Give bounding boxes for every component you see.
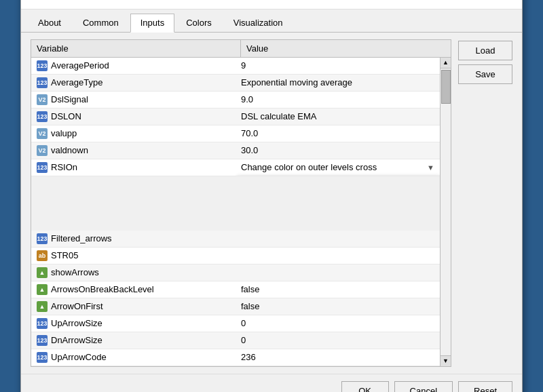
dialog-title: Custom Indicator - ma+rsi filtered bt 1.… bbox=[31, 0, 185, 2]
table-row[interactable]: 123UpArrowSize 0 bbox=[31, 315, 440, 332]
table-row[interactable]: 123Filtered_arrows bbox=[31, 231, 440, 248]
load-button[interactable]: Load bbox=[458, 41, 512, 60]
tab-inputs[interactable]: Inputs bbox=[130, 14, 174, 33]
type-icon: ab bbox=[37, 250, 48, 261]
table-row[interactable]: 123UpArrowCode 236 bbox=[31, 349, 440, 366]
type-icon: 123 bbox=[37, 162, 48, 173]
scroll-track bbox=[441, 68, 451, 355]
type-icon: 123 bbox=[37, 233, 48, 244]
title-bar: Custom Indicator - ma+rsi filtered bt 1.… bbox=[21, 0, 522, 9]
dialog: Custom Indicator - ma+rsi filtered bt 1.… bbox=[20, 0, 523, 392]
ok-button[interactable]: OK bbox=[341, 381, 389, 393]
footer: OK Cancel Reset bbox=[21, 374, 522, 393]
table-row[interactable]: abSTR05 bbox=[31, 248, 440, 264]
save-button[interactable]: Save bbox=[458, 64, 512, 84]
scroll-thumb[interactable] bbox=[441, 70, 451, 104]
table-row[interactable]: V2DslSignal 9.0 bbox=[31, 92, 440, 109]
table-row[interactable]: V2valdnown 30.0 bbox=[31, 142, 440, 159]
type-icon: V2 bbox=[37, 145, 48, 156]
help-button[interactable]: ? bbox=[484, 0, 494, 2]
table-scroll-area[interactable]: 123AveragePeriod 9 123AverageType Expone… bbox=[31, 58, 440, 366]
col-variable: Variable bbox=[31, 40, 241, 57]
table-row[interactable]: 123DSLON DSL calculate EMA bbox=[31, 109, 440, 125]
close-button[interactable]: ✕ bbox=[500, 0, 512, 2]
table-row[interactable]: ▲showArrows bbox=[31, 264, 440, 281]
type-icon: ▲ bbox=[37, 267, 48, 278]
type-icon: ▲ bbox=[37, 301, 48, 312]
type-icon: V2 bbox=[37, 94, 48, 105]
tab-about[interactable]: About bbox=[28, 14, 71, 32]
cancel-button[interactable]: Cancel bbox=[394, 381, 453, 393]
tab-common[interactable]: Common bbox=[73, 14, 129, 32]
content-area: Variable Value 123AveragePeriod 9 123Ave… bbox=[21, 33, 522, 374]
table-row[interactable]: 123AverageType Exponential moving averag… bbox=[31, 75, 440, 92]
type-icon: 123 bbox=[37, 352, 48, 363]
tab-colors[interactable]: Colors bbox=[176, 14, 222, 32]
title-controls: ? ✕ bbox=[484, 0, 512, 2]
table-row[interactable]: ▲ArrowsOnBreakBackLevel false bbox=[31, 281, 440, 298]
type-icon: 123 bbox=[37, 335, 48, 346]
table-body-container: 123AveragePeriod 9 123AverageType Expone… bbox=[31, 58, 451, 366]
table-row[interactable]: 123AveragePeriod 9 bbox=[31, 58, 440, 75]
type-icon: 123 bbox=[37, 111, 48, 122]
table-row[interactable]: 123DnArrowSize 0 bbox=[31, 332, 440, 349]
col-value: Value bbox=[241, 40, 451, 57]
type-icon: 123 bbox=[37, 318, 48, 329]
type-icon: 123 bbox=[37, 77, 48, 88]
right-buttons-panel: Load Save bbox=[458, 39, 512, 367]
table-header: Variable Value bbox=[31, 40, 451, 58]
type-icon: ▲ bbox=[37, 284, 48, 295]
scroll-up-button[interactable]: ▲ bbox=[441, 58, 451, 68]
scrollbar[interactable]: ▲ ▼ bbox=[440, 58, 451, 366]
reset-button[interactable]: Reset bbox=[458, 381, 512, 393]
table-row[interactable]: ▲ArrowOnFirst false bbox=[31, 298, 440, 315]
rsion-dropdown-cell[interactable]: Change color on outer levels cross ▼ Cha… bbox=[236, 159, 440, 176]
tabs: About Common Inputs Colors Visualization bbox=[21, 9, 522, 33]
type-icon: 123 bbox=[37, 60, 48, 71]
table-row[interactable]: V2valupp 70.0 bbox=[31, 125, 440, 142]
dropdown-arrow-icon: ▼ bbox=[427, 163, 434, 172]
table-row-rsion[interactable]: 123RSIOn Change color on outer levels cr… bbox=[31, 159, 440, 176]
scroll-down-button[interactable]: ▼ bbox=[441, 355, 451, 366]
tab-visualization[interactable]: Visualization bbox=[223, 14, 293, 32]
type-icon: V2 bbox=[37, 128, 48, 139]
